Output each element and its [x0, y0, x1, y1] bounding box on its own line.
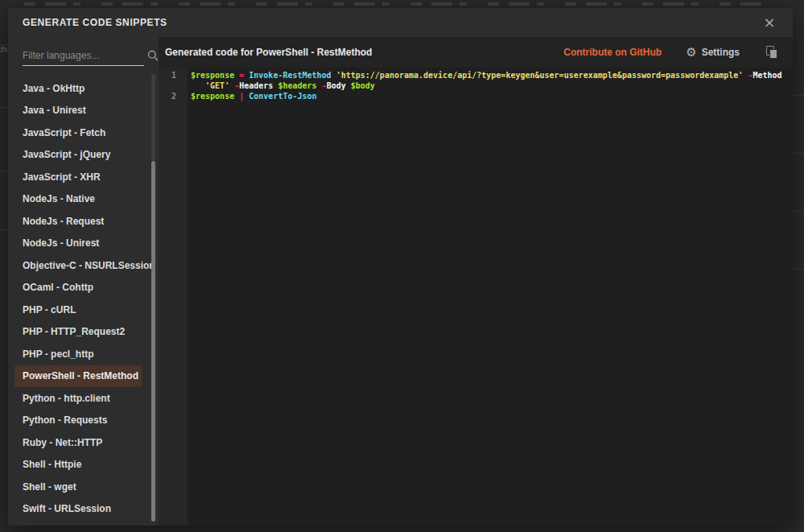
background-row-divider: [0, 107, 8, 108]
copy-code-button[interactable]: [765, 46, 778, 60]
background-app-top-edge: [0, 0, 804, 8]
generated-code-title: Generated code for PowerShell - RestMeth…: [165, 47, 372, 58]
code-panel-header: Generated code for PowerShell - RestMeth…: [159, 37, 793, 68]
background-app-bottom-edge: [8, 526, 793, 532]
language-item[interactable]: OCaml - Cohttp: [14, 277, 142, 299]
language-list: Java - OkHttpJava - UnirestJavaScript - …: [8, 74, 159, 526]
dialog-title: GENERATE CODE SNIPPETS: [23, 17, 167, 28]
language-item[interactable]: JavaScript - Fetch: [14, 122, 142, 144]
language-item[interactable]: PHP - HTTP_Request2: [14, 321, 142, 344]
code-text: $response | ConvertTo-Json: [188, 91, 793, 101]
code-line: 2$response | ConvertTo-Json: [159, 91, 793, 101]
language-item[interactable]: Shell - wget: [14, 476, 142, 498]
language-item[interactable]: Java - Unirest: [14, 100, 142, 122]
language-item[interactable]: Java - OkHttp: [14, 77, 142, 100]
line-number: 2: [159, 91, 188, 101]
contribute-on-github-link[interactable]: Contribute on GitHub: [563, 47, 662, 58]
settings-label: Settings: [702, 47, 740, 58]
background-app-left-edge: cho: [0, 8, 8, 532]
scrollbar-thumb[interactable]: [151, 161, 155, 522]
language-item[interactable]: Objective-C - NSURLSession: [14, 254, 142, 277]
background-row-divider: [793, 95, 804, 96]
background-row-divider: [0, 44, 8, 45]
language-item[interactable]: NodeJs - Unirest: [14, 233, 142, 255]
search-icon: [147, 50, 159, 61]
language-item[interactable]: JavaScript - XHR: [14, 166, 142, 188]
language-item[interactable]: NodeJs - Request: [14, 210, 142, 233]
settings-button[interactable]: ⚙ Settings: [686, 45, 740, 60]
language-sidebar: Java - OkHttpJava - UnirestJavaScript - …: [8, 37, 159, 526]
language-item[interactable]: PHP - pecl_http: [14, 343, 142, 365]
code-editor: 1$response = Invoke-RestMethod 'https://…: [159, 68, 793, 526]
background-app-right-edge: [793, 8, 804, 532]
language-item[interactable]: NodeJs - Native: [14, 188, 142, 211]
background-row-divider: [793, 153, 804, 154]
background-row-divider: [0, 229, 8, 230]
code-lines: 1$response = Invoke-RestMethod 'https://…: [159, 68, 793, 101]
language-item[interactable]: Python - Requests: [14, 410, 142, 432]
background-clipped-label: cho: [0, 45, 7, 54]
language-item[interactable]: Swift - URLSession: [14, 498, 142, 521]
code-header-actions: Contribute on GitHub ⚙ Settings: [563, 45, 778, 60]
close-icon[interactable]: ×: [759, 12, 780, 33]
dialog-body: Java - OkHttpJava - UnirestJavaScript - …: [8, 37, 793, 526]
language-item[interactable]: JavaScript - jQuery: [14, 144, 142, 167]
language-item[interactable]: Shell - Httpie: [14, 454, 142, 476]
language-item[interactable]: Python - http.client: [14, 387, 142, 410]
language-item[interactable]: Ruby - Net::HTTP: [14, 431, 142, 454]
background-row-divider: [0, 171, 8, 171]
filter-languages-input[interactable]: [23, 50, 147, 61]
gear-icon: ⚙: [686, 45, 696, 60]
line-number-gutter: [159, 68, 188, 526]
generated-code-panel: Generated code for PowerShell - RestMeth…: [159, 37, 793, 526]
line-number: 1: [159, 70, 188, 80]
background-row-divider: [793, 211, 804, 212]
language-item[interactable]: PowerShell - RestMethod: [14, 365, 142, 388]
code-line: 1$response = Invoke-RestMethod 'https://…: [159, 70, 793, 91]
background-row-divider: [793, 269, 804, 270]
dialog-header: GENERATE CODE SNIPPETS ×: [8, 8, 793, 37]
generate-code-snippets-dialog: GENERATE CODE SNIPPETS × Java - OkHttpJa…: [8, 8, 793, 526]
filter-field-wrapper: [23, 45, 144, 66]
language-item[interactable]: PHP - cURL: [14, 299, 142, 321]
sidebar-scrollbar[interactable]: [151, 74, 155, 522]
code-text: $response = Invoke-RestMethod 'https://p…: [188, 70, 793, 91]
background-clipped-text: [24, 2, 765, 6]
scrollbar-track: [151, 74, 155, 161]
